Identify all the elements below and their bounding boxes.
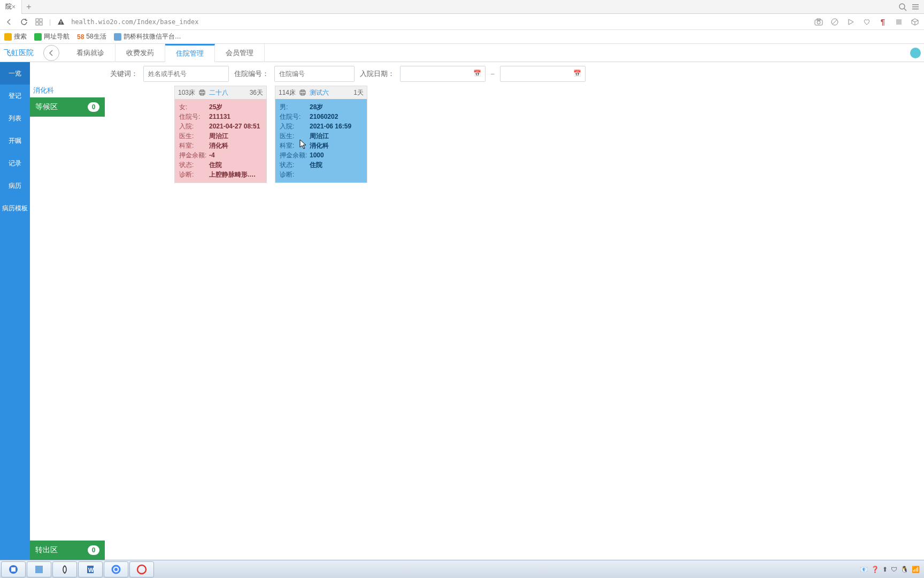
taskbar-item[interactable] (27, 561, 51, 577)
cube-icon[interactable] (910, 17, 920, 27)
url-text[interactable]: health.wio2o.com/Index/base_index (71, 18, 198, 26)
bookmark-item[interactable]: 鹊桥科技微信平台… (114, 32, 181, 41)
top-tab[interactable]: 住院管理 (165, 44, 215, 62)
patient-row: 诊断: (280, 170, 363, 179)
bed-number: 114床 (279, 88, 296, 97)
camera-icon[interactable] (814, 17, 823, 27)
patient-name: 测试六 (310, 88, 329, 97)
print-icon[interactable] (198, 89, 206, 96)
tray-icon[interactable]: 🛡 (891, 566, 897, 573)
svg-rect-8 (40, 22, 42, 25)
block-icon[interactable] (830, 17, 840, 27)
play-icon[interactable] (846, 17, 856, 27)
nav-item[interactable]: 登记 (0, 85, 30, 107)
nav-item[interactable]: 开嘱 (0, 130, 30, 152)
patient-row: 入院:2021-06 16:59 (280, 121, 363, 131)
taskbar: W 📧 ❓ ⬆ 🛡 🐧 📶 (0, 560, 924, 578)
bookmark-item[interactable]: 搜索 (4, 32, 27, 41)
number-input[interactable] (274, 66, 355, 82)
close-icon[interactable]: × (12, 3, 19, 11)
svg-rect-9 (60, 21, 61, 23)
taskbar-item[interactable] (1, 561, 26, 577)
bed-number: 103床 (178, 88, 195, 97)
nav-item[interactable]: 一览 (0, 62, 30, 85)
nav-item[interactable]: 病历 (0, 174, 30, 197)
svg-point-12 (817, 21, 820, 24)
nav-item[interactable]: 列表 (0, 107, 30, 130)
keyword-input[interactable] (143, 66, 229, 82)
patient-row: 押金余额:1000 (280, 150, 363, 160)
patient-row: 科室:消化科 (280, 141, 363, 150)
patient-card[interactable]: 114床测试六1天男:28岁住院号:21060202入院:2021-06 16:… (275, 86, 367, 183)
download-icon[interactable] (894, 17, 904, 27)
top-tab[interactable]: 看病就诊 (66, 44, 116, 62)
apps-icon[interactable] (34, 17, 44, 27)
patient-row: 医生:周治江 (179, 131, 262, 141)
side-column: 消化科 等候区 0 转出区 0 (30, 62, 105, 560)
site-warning-icon[interactable] (56, 17, 66, 27)
new-tab-button[interactable]: + (22, 0, 36, 14)
pilcrow-icon[interactable]: ¶ (878, 17, 888, 27)
tray-icon[interactable]: 📧 (860, 566, 868, 573)
patient-row: 科室:消化科 (179, 141, 262, 150)
keyword-label: 关键词： (110, 69, 138, 79)
tray-icon[interactable]: 📶 (912, 566, 920, 573)
svg-rect-5 (36, 19, 38, 21)
reload-icon[interactable] (19, 17, 29, 27)
patient-row: 医生:周治江 (280, 131, 363, 141)
bookmark-item[interactable]: 网址导航 (34, 32, 70, 41)
svg-point-29 (114, 568, 118, 571)
svg-rect-10 (60, 23, 61, 24)
patient-row: 诊断:上腔静脉畸形.… (179, 170, 262, 179)
content-area: 关键词： 住院编号： 入院日期： 📅 – 📅 103床二十八36天女:25岁住院… (105, 62, 924, 560)
date-label: 入院日期： (360, 69, 395, 79)
svg-line-1 (904, 9, 906, 11)
date-to-input[interactable] (500, 66, 586, 82)
heart-icon[interactable] (862, 17, 872, 27)
svg-rect-16 (896, 19, 902, 25)
print-icon[interactable] (299, 89, 306, 96)
svg-rect-7 (36, 22, 38, 25)
svg-text:W: W (88, 567, 94, 573)
back-button[interactable] (43, 45, 59, 61)
svg-rect-3 (912, 6, 919, 7)
patient-card[interactable]: 103床二十八36天女:25岁住院号:211131入院:2021-04-27 0… (174, 86, 267, 183)
patient-row: 女:25岁 (179, 102, 262, 112)
bookmark-bar: 搜索 网址导航 5858生活 鹊桥科技微信平台… (0, 30, 924, 44)
tray-icon[interactable]: ⬆ (882, 566, 888, 573)
days: 36天 (250, 88, 263, 97)
search-icon[interactable] (898, 3, 907, 11)
app-name: 飞虹医院 (0, 48, 37, 58)
taskbar-item[interactable] (129, 561, 154, 577)
calendar-icon[interactable]: 📅 (473, 70, 481, 77)
nav-item[interactable]: 病历模板 (0, 197, 30, 219)
back-icon[interactable] (4, 17, 14, 27)
bookmark-item[interactable]: 5858生活 (77, 32, 106, 41)
svg-rect-4 (912, 9, 919, 10)
tray-icon[interactable]: 🐧 (900, 566, 908, 573)
patient-row: 入院:2021-04-27 08:51 (179, 121, 262, 131)
menu-icon[interactable] (911, 3, 920, 11)
count-badge: 0 (88, 102, 99, 112)
tray-icon[interactable]: ❓ (871, 566, 879, 573)
taskbar-item[interactable] (104, 561, 128, 577)
taskbar-item[interactable] (52, 561, 77, 577)
top-tab[interactable]: 会员管理 (215, 44, 265, 62)
dept-title: 消化科 (30, 86, 105, 97)
top-tab[interactable]: 收费发药 (116, 44, 165, 62)
browser-tab[interactable]: 院 × (0, 0, 22, 14)
nav-item[interactable]: 记录 (0, 152, 30, 174)
filter-bar: 关键词： 住院编号： 入院日期： 📅 – 📅 (105, 62, 924, 86)
patient-cards: 103床二十八36天女:25岁住院号:211131入院:2021-04-27 0… (105, 86, 924, 183)
tab-title: 院 (5, 2, 12, 11)
waiting-area[interactable]: 等候区 0 (30, 97, 105, 117)
svg-rect-25 (35, 566, 43, 573)
date-from-input[interactable] (400, 66, 486, 82)
patient-row: 男:28岁 (280, 102, 363, 112)
svg-point-30 (137, 565, 146, 574)
calendar-icon[interactable]: 📅 (573, 70, 581, 77)
transfer-area[interactable]: 转出区 0 (30, 541, 105, 560)
taskbar-item[interactable]: W (78, 561, 103, 577)
avatar[interactable] (910, 48, 921, 58)
address-bar: | health.wio2o.com/Index/base_index ¶ (0, 14, 924, 30)
